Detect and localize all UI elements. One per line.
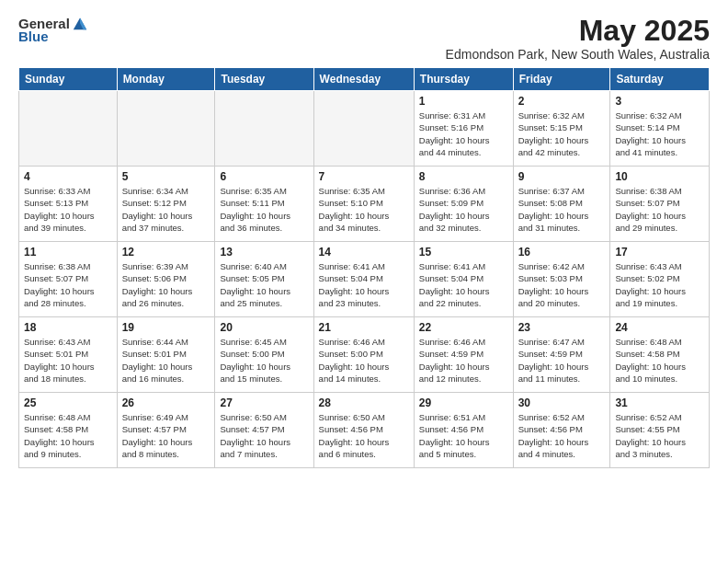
calendar-header-thursday: Thursday xyxy=(414,68,513,91)
day-number: 19 xyxy=(122,321,210,334)
page-header: General Blue May 2025 Edmondson Park, Ne… xyxy=(18,15,710,62)
day-number: 3 xyxy=(615,95,704,108)
calendar-header-row: SundayMondayTuesdayWednesdayThursdayFrid… xyxy=(19,68,710,91)
day-number: 24 xyxy=(615,321,704,334)
calendar-cell: 3Sunrise: 6:32 AMSunset: 5:14 PMDaylight… xyxy=(610,91,710,167)
calendar-header-wednesday: Wednesday xyxy=(313,68,414,91)
day-info: Sunrise: 6:51 AMSunset: 4:56 PMDaylight:… xyxy=(419,411,508,460)
calendar-cell: 11Sunrise: 6:38 AMSunset: 5:07 PMDayligh… xyxy=(19,242,118,317)
calendar-cell: 25Sunrise: 6:48 AMSunset: 4:58 PMDayligh… xyxy=(19,393,118,468)
day-info: Sunrise: 6:34 AMSunset: 5:12 PMDaylight:… xyxy=(122,185,210,234)
calendar-cell: 26Sunrise: 6:49 AMSunset: 4:57 PMDayligh… xyxy=(117,393,215,468)
calendar-cell: 12Sunrise: 6:39 AMSunset: 5:06 PMDayligh… xyxy=(117,242,215,317)
calendar-header-sunday: Sunday xyxy=(19,68,118,91)
title-area: May 2025 Edmondson Park, New South Wales… xyxy=(446,15,710,62)
day-number: 18 xyxy=(24,321,112,334)
day-number: 6 xyxy=(220,170,308,183)
day-info: Sunrise: 6:31 AMSunset: 5:16 PMDaylight:… xyxy=(419,109,508,158)
day-info: Sunrise: 6:32 AMSunset: 5:15 PMDaylight:… xyxy=(518,109,606,158)
day-number: 5 xyxy=(122,170,210,183)
day-number: 21 xyxy=(319,321,409,334)
calendar-cell: 19Sunrise: 6:44 AMSunset: 5:01 PMDayligh… xyxy=(117,317,215,393)
day-number: 31 xyxy=(615,396,704,409)
logo-icon xyxy=(72,15,88,31)
day-number: 7 xyxy=(319,170,409,183)
day-info: Sunrise: 6:39 AMSunset: 5:06 PMDaylight:… xyxy=(122,260,210,309)
day-number: 22 xyxy=(419,321,508,334)
day-info: Sunrise: 6:35 AMSunset: 5:11 PMDaylight:… xyxy=(220,185,308,234)
day-info: Sunrise: 6:49 AMSunset: 4:57 PMDaylight:… xyxy=(122,411,210,460)
day-number: 15 xyxy=(419,246,508,259)
day-info: Sunrise: 6:32 AMSunset: 5:14 PMDaylight:… xyxy=(615,109,704,158)
day-number: 14 xyxy=(319,246,409,259)
calendar-table: SundayMondayTuesdayWednesdayThursdayFrid… xyxy=(18,67,710,468)
day-number: 16 xyxy=(518,246,606,259)
calendar-cell: 28Sunrise: 6:50 AMSunset: 4:56 PMDayligh… xyxy=(313,393,414,468)
day-info: Sunrise: 6:48 AMSunset: 4:58 PMDaylight:… xyxy=(24,411,112,460)
day-number: 10 xyxy=(615,170,704,183)
day-info: Sunrise: 6:43 AMSunset: 5:02 PMDaylight:… xyxy=(615,260,704,309)
calendar-cell xyxy=(215,91,313,167)
calendar-cell: 9Sunrise: 6:37 AMSunset: 5:08 PMDaylight… xyxy=(513,167,610,242)
day-info: Sunrise: 6:52 AMSunset: 4:55 PMDaylight:… xyxy=(615,411,704,460)
calendar-header-tuesday: Tuesday xyxy=(215,68,313,91)
calendar-cell xyxy=(117,91,215,167)
day-info: Sunrise: 6:44 AMSunset: 5:01 PMDaylight:… xyxy=(122,336,210,385)
day-info: Sunrise: 6:48 AMSunset: 4:58 PMDaylight:… xyxy=(615,336,704,385)
calendar-cell xyxy=(313,91,414,167)
day-info: Sunrise: 6:41 AMSunset: 5:04 PMDaylight:… xyxy=(419,260,508,309)
day-info: Sunrise: 6:38 AMSunset: 5:07 PMDaylight:… xyxy=(615,185,704,234)
day-info: Sunrise: 6:38 AMSunset: 5:07 PMDaylight:… xyxy=(24,260,112,309)
day-info: Sunrise: 6:40 AMSunset: 5:05 PMDaylight:… xyxy=(220,260,308,309)
calendar-cell: 17Sunrise: 6:43 AMSunset: 5:02 PMDayligh… xyxy=(610,242,710,317)
day-number: 11 xyxy=(24,246,112,259)
logo: General Blue xyxy=(18,15,88,44)
day-number: 17 xyxy=(615,246,704,259)
day-info: Sunrise: 6:42 AMSunset: 5:03 PMDaylight:… xyxy=(518,260,606,309)
day-info: Sunrise: 6:45 AMSunset: 5:00 PMDaylight:… xyxy=(220,336,308,385)
day-number: 25 xyxy=(24,396,112,409)
calendar-cell: 18Sunrise: 6:43 AMSunset: 5:01 PMDayligh… xyxy=(19,317,118,393)
day-number: 4 xyxy=(24,170,112,183)
calendar-cell: 15Sunrise: 6:41 AMSunset: 5:04 PMDayligh… xyxy=(414,242,513,317)
day-info: Sunrise: 6:50 AMSunset: 4:57 PMDaylight:… xyxy=(220,411,308,460)
calendar-week-5: 25Sunrise: 6:48 AMSunset: 4:58 PMDayligh… xyxy=(19,393,710,468)
day-info: Sunrise: 6:52 AMSunset: 4:56 PMDaylight:… xyxy=(518,411,606,460)
day-info: Sunrise: 6:41 AMSunset: 5:04 PMDaylight:… xyxy=(319,260,409,309)
calendar-week-3: 11Sunrise: 6:38 AMSunset: 5:07 PMDayligh… xyxy=(19,242,710,317)
calendar-cell: 27Sunrise: 6:50 AMSunset: 4:57 PMDayligh… xyxy=(215,393,313,468)
calendar-week-2: 4Sunrise: 6:33 AMSunset: 5:13 PMDaylight… xyxy=(19,167,710,242)
day-number: 9 xyxy=(518,170,606,183)
day-number: 23 xyxy=(518,321,606,334)
calendar-cell: 16Sunrise: 6:42 AMSunset: 5:03 PMDayligh… xyxy=(513,242,610,317)
calendar-cell: 24Sunrise: 6:48 AMSunset: 4:58 PMDayligh… xyxy=(610,317,710,393)
calendar-cell: 14Sunrise: 6:41 AMSunset: 5:04 PMDayligh… xyxy=(313,242,414,317)
day-info: Sunrise: 6:46 AMSunset: 5:00 PMDaylight:… xyxy=(319,336,409,385)
calendar-cell: 21Sunrise: 6:46 AMSunset: 5:00 PMDayligh… xyxy=(313,317,414,393)
day-number: 1 xyxy=(419,95,508,108)
day-number: 8 xyxy=(419,170,508,183)
calendar-cell: 30Sunrise: 6:52 AMSunset: 4:56 PMDayligh… xyxy=(513,393,610,468)
day-info: Sunrise: 6:35 AMSunset: 5:10 PMDaylight:… xyxy=(319,185,409,234)
calendar-cell: 4Sunrise: 6:33 AMSunset: 5:13 PMDaylight… xyxy=(19,167,118,242)
day-number: 26 xyxy=(122,396,210,409)
calendar-cell xyxy=(19,91,118,167)
calendar-cell: 2Sunrise: 6:32 AMSunset: 5:15 PMDaylight… xyxy=(513,91,610,167)
day-number: 2 xyxy=(518,95,606,108)
day-number: 13 xyxy=(220,246,308,259)
day-info: Sunrise: 6:36 AMSunset: 5:09 PMDaylight:… xyxy=(419,185,508,234)
calendar-cell: 6Sunrise: 6:35 AMSunset: 5:11 PMDaylight… xyxy=(215,167,313,242)
calendar-header-monday: Monday xyxy=(117,68,215,91)
calendar-week-1: 1Sunrise: 6:31 AMSunset: 5:16 PMDaylight… xyxy=(19,91,710,167)
calendar-body: 1Sunrise: 6:31 AMSunset: 5:16 PMDaylight… xyxy=(19,91,710,468)
calendar-cell: 8Sunrise: 6:36 AMSunset: 5:09 PMDaylight… xyxy=(414,167,513,242)
calendar-cell: 7Sunrise: 6:35 AMSunset: 5:10 PMDaylight… xyxy=(313,167,414,242)
day-number: 27 xyxy=(220,396,308,409)
day-info: Sunrise: 6:43 AMSunset: 5:01 PMDaylight:… xyxy=(24,336,112,385)
day-number: 29 xyxy=(419,396,508,409)
calendar-cell: 20Sunrise: 6:45 AMSunset: 5:00 PMDayligh… xyxy=(215,317,313,393)
calendar-week-4: 18Sunrise: 6:43 AMSunset: 5:01 PMDayligh… xyxy=(19,317,710,393)
calendar-cell: 1Sunrise: 6:31 AMSunset: 5:16 PMDaylight… xyxy=(414,91,513,167)
month-title: May 2025 xyxy=(446,15,710,47)
day-number: 28 xyxy=(319,396,409,409)
